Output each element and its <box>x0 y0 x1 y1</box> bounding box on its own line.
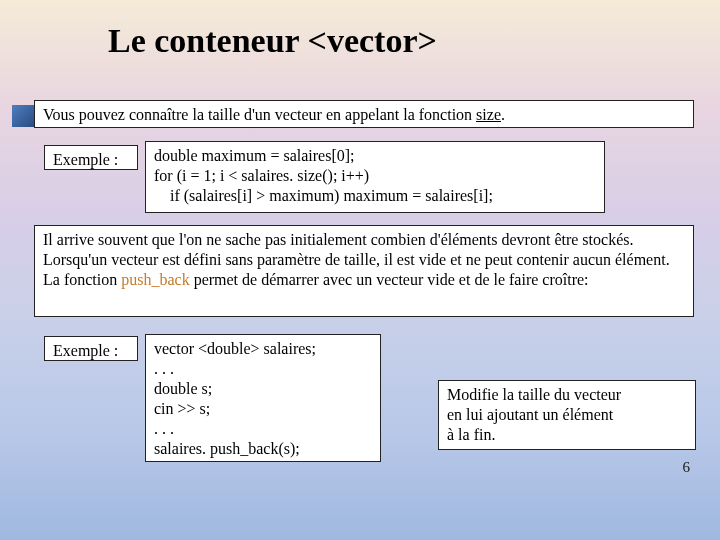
example-label-2: Exemple : <box>44 336 138 361</box>
keyword-size: size <box>476 106 501 123</box>
note-line: à la fin. <box>447 425 687 445</box>
slide-title: Le conteneur <vector> <box>108 22 437 60</box>
note-line: en lui ajoutant un élément <box>447 405 687 425</box>
code-line: for (i = 1; i < salaires. size(); i++) <box>154 166 596 186</box>
code-line: cin >> s; <box>154 399 372 419</box>
note-line: Modifie la taille du vecteur <box>447 385 687 405</box>
intro-size-box: Vous pouvez connaître la taille d'un vec… <box>34 100 694 128</box>
code-block-2: vector <double> salaires; . . . double s… <box>145 334 381 462</box>
code-line: double s; <box>154 379 372 399</box>
code-line: vector <double> salaires; <box>154 339 372 359</box>
code-line: . . . <box>154 419 372 439</box>
intro-post: . <box>501 106 505 123</box>
bullet-square-icon <box>12 105 34 127</box>
keyword-pushback: push_back <box>121 271 189 288</box>
code-line: if (salaires[i] > maximum) maximum = sal… <box>154 186 596 206</box>
code-block-1: double maximum = salaires[0]; for (i = 1… <box>145 141 605 213</box>
pushback-post: permet de démarrer avec un vecteur vide … <box>190 271 589 288</box>
code-line: . . . <box>154 359 372 379</box>
example-label-1: Exemple : <box>44 145 138 170</box>
code-line: double maximum = salaires[0]; <box>154 146 596 166</box>
intro-text: Vous pouvez connaître la taille d'un vec… <box>43 106 476 123</box>
pushback-intro-box: Il arrive souvent que l'on ne sache pas … <box>34 225 694 317</box>
code-line: salaires. push_back(s); <box>154 439 372 459</box>
page-number: 6 <box>683 459 691 476</box>
note-box: Modifie la taille du vecteur en lui ajou… <box>438 380 696 450</box>
